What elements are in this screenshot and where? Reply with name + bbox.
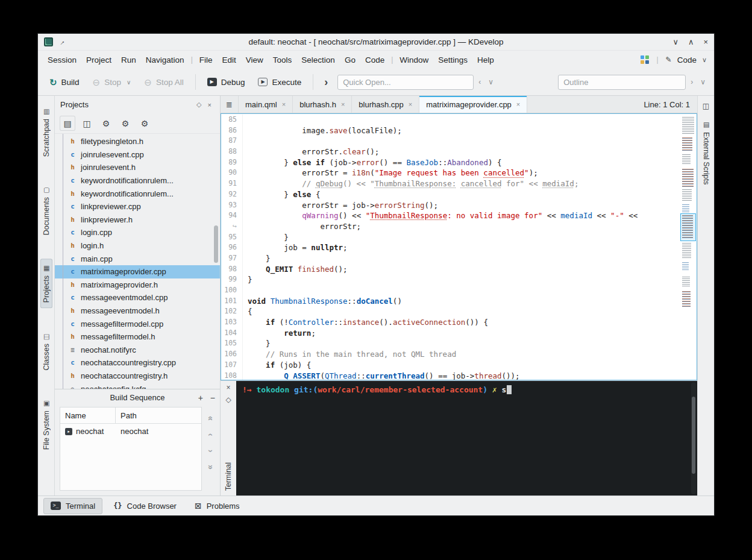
- menu-edit[interactable]: Edit: [218, 52, 241, 68]
- locate-current-document-icon[interactable]: ▤: [60, 116, 75, 131]
- minimize-button[interactable]: ∨: [672, 38, 678, 46]
- dock-tab-documents[interactable]: Documents▢: [40, 180, 52, 241]
- add-build-item-button[interactable]: +: [198, 394, 203, 402]
- close-terminal-button[interactable]: ×: [226, 384, 230, 391]
- tree-item-joinrulesevent-cpp[interactable]: cjoinrulesevent.cpp: [55, 148, 220, 162]
- detach-terminal-button[interactable]: ◇: [225, 396, 231, 403]
- outline-dropdown-button[interactable]: ∨: [698, 76, 708, 88]
- menu-tools[interactable]: Tools: [268, 52, 297, 68]
- dock-tab-scratchpad[interactable]: Scratchpad▤: [40, 102, 52, 162]
- tree-item-messagefiltermodel-h[interactable]: hmessagefiltermodel.h: [55, 330, 220, 344]
- show-targets-icon[interactable]: ◫: [79, 116, 95, 131]
- tree-scrollbar[interactable]: [214, 225, 218, 263]
- area-code-button[interactable]: Code: [677, 55, 697, 64]
- tree-item-keywordnotificationrulem[interactable]: hkeywordnotificationrulem...: [55, 187, 220, 200]
- tab-close-icon[interactable]: ×: [516, 101, 520, 108]
- install-selection-icon[interactable]: ⚙: [118, 116, 133, 131]
- close-panel-button[interactable]: ×: [205, 101, 215, 109]
- menu-go[interactable]: Go: [340, 52, 360, 68]
- close-button[interactable]: ×: [703, 38, 708, 46]
- tree-item-linkpreviewer-h[interactable]: hlinkpreviewer.h: [55, 213, 220, 227]
- column-header-name[interactable]: Name: [60, 407, 116, 423]
- titlebar[interactable]: default: neochat - [ neochat/src/matrixi…: [38, 34, 714, 51]
- quickopen-prev-button[interactable]: ‹: [476, 76, 483, 88]
- statusbar-terminal-button[interactable]: >_Terminal: [43, 498, 102, 514]
- maximize-button[interactable]: ∧: [688, 38, 694, 46]
- terminal[interactable]: !→ tokodon git:(work/carl/remember-selec…: [236, 381, 697, 496]
- menu-settings[interactable]: Settings: [433, 52, 472, 68]
- tab-close-icon[interactable]: ×: [282, 101, 286, 108]
- tree-item-neochataccountregistry-h[interactable]: hneochataccountregistry.h: [55, 370, 220, 383]
- debug-button[interactable]: ▶ Debug: [202, 74, 251, 91]
- menu-project[interactable]: Project: [81, 52, 116, 68]
- tree-item-matriximageprovider-cpp[interactable]: cmatriximageprovider.cpp: [55, 265, 220, 278]
- menu-run[interactable]: Run: [116, 52, 141, 68]
- menu-navigation[interactable]: Navigation: [141, 52, 189, 68]
- code-editor[interactable]: 8586 image.save(localFile);8788 errorStr…: [221, 113, 697, 380]
- column-header-path[interactable]: Path: [116, 407, 142, 423]
- tree-item-messageeventmodel-h[interactable]: hmessageeventmodel.h: [55, 304, 220, 318]
- code-view[interactable]: 8586 image.save(localFile);8788 errorStr…: [221, 114, 678, 380]
- area-grid-icon[interactable]: [641, 55, 649, 64]
- statusbar-problems-button[interactable]: ⊠Problems: [187, 498, 247, 514]
- build-selection-icon[interactable]: ⚙: [98, 116, 114, 131]
- minimap-scrollbar[interactable]: [682, 115, 694, 379]
- outline-input[interactable]: [558, 75, 686, 90]
- tree-item-keywordnotificationrulem[interactable]: ckeywordnotificationrulem...: [55, 174, 220, 187]
- menu-view[interactable]: View: [241, 52, 268, 68]
- quickopen-dropdown-button[interactable]: ∨: [486, 76, 496, 88]
- tree-item-login-h[interactable]: hlogin.h: [55, 239, 220, 253]
- move-to-bottom-button[interactable]: »: [207, 465, 215, 470]
- menu-file[interactable]: File: [195, 52, 218, 68]
- tree-item-label: neochataccountregistry.h: [81, 371, 168, 380]
- editor-tab-matriximageprovider-cpp[interactable]: matriximageprovider.cpp×: [419, 96, 527, 113]
- build-sequence-buttons: + −: [198, 389, 215, 406]
- outline-next-button[interactable]: ›: [688, 76, 695, 88]
- tree-item-filetypesingleton-h[interactable]: hfiletypesingleton.h: [55, 135, 220, 148]
- tree-item-linkpreviewer-cpp[interactable]: clinkpreviewer.cpp: [55, 200, 220, 213]
- split-view-icon[interactable]: ◫: [703, 102, 709, 110]
- editor-tab-blurhash-h[interactable]: blurhash.h×: [293, 96, 352, 113]
- dock-tab-file-system[interactable]: File System▣: [40, 394, 52, 455]
- menu-help[interactable]: Help: [472, 52, 499, 68]
- stop-button[interactable]: ⊖ Stop ∨: [87, 74, 137, 91]
- statusbar-code-browser-button[interactable]: {}Code Browser: [106, 498, 184, 514]
- dock-tab-classes[interactable]: Classes◫: [40, 327, 52, 376]
- configure-selection-icon[interactable]: ⚙: [137, 116, 152, 131]
- detach-panel-button[interactable]: ◇: [193, 101, 204, 109]
- tree-item-matriximageprovider-h[interactable]: hmatriximageprovider.h: [55, 278, 220, 292]
- dock-tab-external-scripts[interactable]: ▥External Scripts: [700, 115, 712, 190]
- tree-item-messageeventmodel-cpp[interactable]: cmessageeventmodel.cpp: [55, 291, 220, 304]
- run-chevron-button[interactable]: ›: [319, 75, 333, 89]
- build-sequence-row[interactable]: ▸neochatneochat: [60, 424, 201, 439]
- remove-build-item-button[interactable]: −: [210, 394, 215, 402]
- tree-item-neochat-notifyrc[interactable]: ≡neochat.notifyrc: [55, 344, 220, 357]
- quick-open-input[interactable]: [337, 75, 474, 90]
- move-up-button[interactable]: ‹: [207, 433, 215, 436]
- tree-item-joinrulesevent-h[interactable]: hjoinrulesevent.h: [55, 161, 220, 174]
- editor-tab-main-qml[interactable]: main.qml×: [239, 96, 293, 113]
- stop-all-button[interactable]: ⊖ Stop All: [139, 74, 189, 91]
- editor-tab-blurhash-cpp[interactable]: blurhash.cpp×: [352, 96, 419, 113]
- tab-close-icon[interactable]: ×: [409, 101, 412, 108]
- tree-item-neochatconfig-kcfg[interactable]: ⚙neochatconfig.kcfg: [55, 382, 220, 389]
- menu-selection[interactable]: Selection: [296, 52, 340, 68]
- tree-item-login-cpp[interactable]: clogin.cpp: [55, 226, 220, 239]
- minimap-viewport[interactable]: [680, 213, 696, 241]
- tree-item-main-cpp[interactable]: cmain.cpp: [55, 252, 220, 265]
- terminal-scrollbar[interactable]: [691, 382, 696, 494]
- build-button[interactable]: ↻ Build: [44, 74, 85, 91]
- document-list-button[interactable]: ≣: [221, 96, 239, 113]
- menu-code[interactable]: Code: [360, 52, 389, 68]
- move-to-top-button[interactable]: «: [207, 416, 215, 421]
- terminal-scrollbar-thumb[interactable]: [692, 397, 695, 474]
- tree-item-neochataccountregistry-cpp[interactable]: cneochataccountregistry.cpp: [55, 356, 220, 370]
- tab-close-icon[interactable]: ×: [341, 101, 345, 108]
- area-caret-icon[interactable]: ∨: [702, 56, 707, 64]
- tree-item-messagefiltermodel-cpp[interactable]: cmessagefiltermodel.cpp: [55, 317, 220, 330]
- move-down-button[interactable]: ›: [207, 450, 215, 453]
- execute-button[interactable]: ▶ Execute: [252, 74, 307, 91]
- dock-tab-projects[interactable]: Projects▦: [40, 259, 52, 308]
- menu-window[interactable]: Window: [395, 52, 433, 68]
- menu-session[interactable]: Session: [43, 52, 81, 68]
